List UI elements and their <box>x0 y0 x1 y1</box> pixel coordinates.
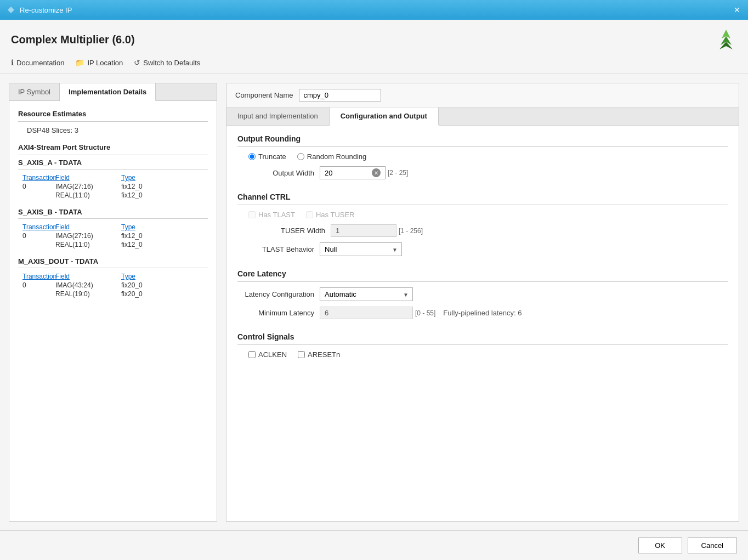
component-name-row: Component Name <box>226 83 739 108</box>
documentation-button[interactable]: ℹ Documentation <box>11 58 64 67</box>
tuser-width-range: [1 - 256] <box>399 227 423 235</box>
title-bar-left: Re-customize IP <box>7 5 72 14</box>
refresh-icon: ↺ <box>134 58 140 67</box>
latency-config-select-wrapper: Automatic Manual <box>320 287 413 301</box>
truncate-radio[interactable] <box>248 153 256 160</box>
tab-implementation-details[interactable]: Implementation Details <box>60 83 156 101</box>
switch-defaults-button[interactable]: ↺ Switch to Defaults <box>134 58 200 67</box>
aresetn-option[interactable]: ARESETn <box>298 350 340 359</box>
output-width-clear-button[interactable]: ✕ <box>372 168 381 177</box>
has-tuser-checkbox[interactable] <box>306 211 313 218</box>
port-s-axis-b-table: Transaction Field Type 0 IMAG(27:16) fix… <box>22 223 212 248</box>
has-tlast-label: Has TLAST <box>258 211 295 219</box>
axi-stream-title: AXI4-Stream Port Structure <box>18 143 208 155</box>
tab-ip-symbol[interactable]: IP Symbol <box>9 83 60 100</box>
col-transaction-dout: Transaction <box>22 273 55 280</box>
row-type: fix20_0 <box>121 281 165 289</box>
aclken-label: ACLKEN <box>258 350 287 359</box>
col-transaction-b: Transaction <box>22 223 55 231</box>
col-field-dout: Field <box>55 273 121 280</box>
port-table-header-a: Transaction Field Type <box>22 174 212 182</box>
table-row: 0 IMAG(43:24) fix20_0 <box>22 281 212 289</box>
tab-input-implementation[interactable]: Input and Implementation <box>226 108 330 125</box>
table-row: REAL(11:0) fix12_0 <box>22 241 212 248</box>
random-rounding-label: Random Rounding <box>307 152 366 161</box>
tab-configuration-output[interactable]: Configuration and Output <box>330 108 439 126</box>
output-width-input-wrapper: 20 ✕ [2 - 25] <box>320 166 408 179</box>
row-type: fix12_0 <box>121 241 165 248</box>
svg-marker-3 <box>719 42 733 49</box>
aresetn-checkbox[interactable] <box>298 351 305 358</box>
app-title-row: Complex Multiplier (6.0) <box>11 29 737 50</box>
cancel-button[interactable]: Cancel <box>688 538 737 553</box>
has-tuser-label: Has TUSER <box>316 211 355 219</box>
latency-config-label: Latency Configuration <box>237 290 314 298</box>
row-field: REAL(19:0) <box>55 290 121 298</box>
tuser-width-wrapper: [1 - 256] <box>331 224 423 237</box>
toolbar: ℹ Documentation 📁 IP Location ↺ Switch t… <box>11 56 737 69</box>
bottom-bar: OK Cancel <box>0 530 748 560</box>
has-tuser-option[interactable]: Has TUSER <box>306 211 355 219</box>
row-transaction: 0 <box>22 281 55 289</box>
row-type: fix20_0 <box>121 290 165 298</box>
port-table-header-dout: Transaction Field Type <box>22 273 212 280</box>
svg-marker-0 <box>8 7 14 13</box>
tlast-behavior-select-wrapper: Null Pass AND OR <box>320 242 402 256</box>
has-tlast-checkbox[interactable] <box>248 211 256 218</box>
control-signals-checkboxes: ACLKEN ARESETn <box>248 350 717 359</box>
row-field: IMAG(27:16) <box>55 232 121 240</box>
dsp-slices-value: DSP48 Slices: 3 <box>27 126 208 134</box>
aclken-option[interactable]: ACLKEN <box>248 350 287 359</box>
port-s-axis-b-title: S_AXIS_B - TDATA <box>18 208 208 219</box>
table-row: REAL(19:0) fix20_0 <box>22 290 212 298</box>
row-transaction <box>22 241 55 248</box>
row-transaction: 0 <box>22 183 55 190</box>
tlast-behavior-select[interactable]: Null Pass AND OR <box>320 242 402 256</box>
right-tab-bar: Input and Implementation Configuration a… <box>226 108 739 126</box>
min-latency-wrapper: [0 - 55] Fully-pipelined latency: 6 <box>320 307 522 319</box>
row-field: IMAG(43:24) <box>55 281 121 289</box>
has-tlast-option[interactable]: Has TLAST <box>248 211 295 219</box>
output-width-row: Output Width 20 ✕ [2 - 25] <box>237 166 728 179</box>
main-window: Complex Multiplier (6.0) ℹ Documentation… <box>0 20 748 560</box>
channel-ctrl-section: Channel CTRL Has TLAST Has TUSER TUSER W… <box>237 193 728 256</box>
tuser-width-input[interactable] <box>331 224 396 237</box>
latency-config-row: Latency Configuration Automatic Manual <box>237 287 728 301</box>
latency-config-select[interactable]: Automatic Manual <box>320 287 413 301</box>
row-field: IMAG(27:16) <box>55 183 121 190</box>
ok-button[interactable]: OK <box>638 538 682 553</box>
row-transaction: 0 <box>22 232 55 240</box>
ip-location-button[interactable]: 📁 IP Location <box>75 58 123 67</box>
component-name-label: Component Name <box>235 91 293 99</box>
min-latency-range: [0 - 55] <box>415 309 435 317</box>
title-bar-title: Re-customize IP <box>20 6 72 14</box>
row-field: REAL(11:0) <box>55 241 121 248</box>
component-name-input[interactable] <box>299 89 381 101</box>
table-row: REAL(11:0) fix12_0 <box>22 191 212 199</box>
port-s-axis-a: S_AXIS_A - TDATA Transaction Field Type … <box>18 159 208 199</box>
truncate-option[interactable]: Truncate <box>248 152 286 161</box>
aclken-checkbox[interactable] <box>248 351 256 358</box>
random-rounding-option[interactable]: Random Rounding <box>297 152 366 161</box>
left-panel-content: Resource Estimates DSP48 Slices: 3 AXI4-… <box>9 101 217 521</box>
truncate-label: Truncate <box>258 152 286 161</box>
min-latency-label: Minimum Latency <box>237 309 314 317</box>
close-button[interactable]: ✕ <box>733 5 741 14</box>
row-field: REAL(11:0) <box>55 191 121 199</box>
tlast-behavior-label: TLAST Behavior <box>237 245 314 253</box>
switch-defaults-label: Switch to Defaults <box>143 59 200 67</box>
output-rounding-title: Output Rounding <box>237 134 728 147</box>
table-row: 0 IMAG(27:16) fix12_0 <box>22 232 212 240</box>
channel-ctrl-checkboxes: Has TLAST Has TUSER <box>248 211 717 219</box>
col-field-b: Field <box>55 223 121 231</box>
port-s-axis-a-table: Transaction Field Type 0 IMAG(27:16) fix… <box>22 174 212 199</box>
tlast-behavior-row: TLAST Behavior Null Pass AND OR <box>237 242 728 256</box>
min-latency-input[interactable] <box>320 307 413 319</box>
output-width-field[interactable]: 20 ✕ <box>320 166 386 179</box>
table-row: 0 IMAG(27:16) fix12_0 <box>22 183 212 190</box>
row-transaction <box>22 290 55 298</box>
random-rounding-radio[interactable] <box>297 153 304 160</box>
ip-location-label: IP Location <box>87 59 123 67</box>
core-latency-section: Core Latency Latency Configuration Autom… <box>237 269 728 319</box>
documentation-label: Documentation <box>16 59 64 67</box>
